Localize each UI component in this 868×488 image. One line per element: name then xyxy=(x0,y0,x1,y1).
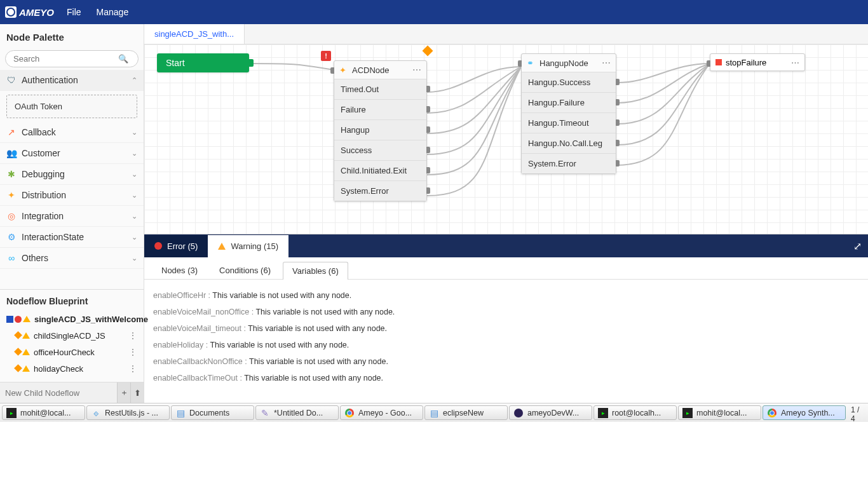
node-output[interactable]: System.Error xyxy=(522,153,616,173)
vscode-icon: ⟐ xyxy=(91,408,101,418)
issue-row[interactable]: enableCallbackNonOffice : This variable … xyxy=(153,353,859,370)
category-label: Callback xyxy=(22,127,56,137)
node-output[interactable]: Timed.Out xyxy=(334,79,426,99)
node-output[interactable]: System.Error xyxy=(334,180,426,201)
output-port[interactable] xyxy=(426,147,430,153)
category-customer[interactable]: 👥Customer⌄ xyxy=(0,143,144,164)
node-output[interactable]: Child.Initiated.Exit xyxy=(334,160,426,180)
category-integration[interactable]: ◎Integration⌄ xyxy=(0,206,144,227)
output-port[interactable] xyxy=(426,126,430,133)
category-authentication[interactable]: 🛡Authentication⌃ xyxy=(0,70,144,91)
category-label: InteractionState xyxy=(22,232,84,242)
item-menu-icon[interactable]: ⋮ xyxy=(128,347,137,357)
add-child-button[interactable]: ＋ xyxy=(117,383,130,403)
taskbar-item[interactable]: ⟐RestUtils.js - ... xyxy=(86,405,170,420)
output-port[interactable] xyxy=(616,140,620,146)
taskbar-item[interactable]: ▸root@localh... xyxy=(593,405,677,420)
output-port[interactable] xyxy=(616,119,620,126)
blueprint-child[interactable]: officeHourCheck⋮ xyxy=(3,344,141,360)
collapse-panel-icon[interactable]: ⤢ xyxy=(853,240,862,252)
item-menu-icon[interactable]: ⋮ xyxy=(128,330,137,341)
blueprint-child[interactable]: holidayCheck⋮ xyxy=(3,360,141,377)
editor-tab[interactable]: singleACD_JS_with... xyxy=(144,24,245,44)
brand-logo: AMEYO xyxy=(5,6,54,18)
new-child-bar: ＋ ⬆ xyxy=(0,382,144,403)
menu-manage[interactable]: Manage xyxy=(97,7,129,17)
term-icon: ▸ xyxy=(598,408,608,418)
node-title: ACDNode xyxy=(352,65,409,75)
node-output[interactable]: Hangup.Failure xyxy=(522,92,616,112)
workspace-indicator[interactable]: 1 / 4 xyxy=(847,405,866,420)
node-output[interactable]: Success xyxy=(334,140,426,160)
category-icon: 🛡 xyxy=(6,75,17,85)
stop-failure-node[interactable]: stopFailure ⋯ xyxy=(710,53,805,71)
input-port[interactable] xyxy=(518,60,522,67)
taskbar-item[interactable]: Ameyo - Goo... xyxy=(340,405,423,420)
warning-triangle-icon xyxy=(23,316,31,322)
node-output[interactable]: Hangup.Success xyxy=(522,72,616,92)
output-port[interactable] xyxy=(616,99,620,105)
flow-canvas[interactable]: Start ! ✦ ACDNode ⋯ Timed.OutFailureHang… xyxy=(144,44,868,234)
node-title: HangupNode xyxy=(539,58,598,68)
issue-row[interactable]: enableVoiceMail_nonOffice : This variabl… xyxy=(153,304,859,320)
palette-node-item[interactable]: OAuth Token xyxy=(6,95,137,118)
start-label: Start xyxy=(166,58,185,68)
taskbar-item[interactable]: ▤Documents xyxy=(171,405,254,420)
warning-triangle-icon xyxy=(22,365,30,372)
item-menu-icon[interactable]: ⋮ xyxy=(128,363,137,374)
taskbar-item[interactable]: ▤eclipseNew xyxy=(424,405,508,420)
node-output[interactable]: Hangup.No.Call.Leg xyxy=(522,133,616,153)
acd-node[interactable]: ✦ ACDNode ⋯ Timed.OutFailureHangupSucces… xyxy=(334,60,427,201)
taskbar-label: Ameyo - Goo... xyxy=(358,409,412,417)
category-distribution[interactable]: ✦Distribution⌄ xyxy=(0,185,144,206)
node-menu-icon[interactable]: ⋯ xyxy=(602,58,611,68)
issue-row[interactable]: enableHoliday : This variable is not use… xyxy=(153,337,859,353)
taskbar-item[interactable]: ▸mohit@local... xyxy=(678,405,761,420)
category-interactionstate[interactable]: ⚙InteractionState⌄ xyxy=(0,227,144,248)
node-menu-icon[interactable]: ⋯ xyxy=(412,65,421,75)
input-port[interactable] xyxy=(707,60,710,67)
search-icon[interactable]: 🔍 xyxy=(118,54,128,64)
category-callback[interactable]: ↗Callback⌄ xyxy=(0,122,144,143)
output-port[interactable] xyxy=(616,160,620,166)
issue-row[interactable]: enableVoiceMail_timeout : This variable … xyxy=(153,320,859,337)
output-port[interactable] xyxy=(426,106,430,112)
blueprint-child[interactable]: childSingleACD_JS⋮ xyxy=(3,327,141,344)
square-icon xyxy=(6,316,13,323)
term-icon: ▸ xyxy=(6,408,17,418)
issue-row[interactable]: enableOfficeHr : This variable is not us… xyxy=(153,287,859,304)
issue-variable: enableVoiceMail_nonOffice : xyxy=(153,308,255,316)
taskbar-item[interactable]: ▸mohit@local... xyxy=(2,405,85,420)
taskbar-item[interactable]: ✎*Untitled Do... xyxy=(255,405,339,420)
node-output[interactable]: Failure xyxy=(334,99,426,119)
blueprint-root[interactable]: singleACD_JS_withWelcome xyxy=(3,311,141,327)
upload-child-button[interactable]: ⬆ xyxy=(130,383,144,403)
taskbar-item[interactable]: ameyoDevW... xyxy=(509,405,592,420)
new-child-input[interactable] xyxy=(0,383,117,403)
node-output[interactable]: Hangup xyxy=(334,119,426,140)
issue-subtab[interactable]: Conditions (6) xyxy=(210,261,280,279)
output-port[interactable] xyxy=(249,59,254,67)
error-tab[interactable]: Error (5) xyxy=(144,235,208,257)
menu-file[interactable]: File xyxy=(67,7,81,17)
taskbar-label: mohit@local... xyxy=(696,409,747,417)
input-port[interactable] xyxy=(330,67,334,74)
term-icon: ▸ xyxy=(682,408,693,418)
category-others[interactable]: ∞Others⌄ xyxy=(0,248,144,269)
warning-tab[interactable]: Warning (15) xyxy=(208,235,288,257)
output-port[interactable] xyxy=(426,167,430,173)
issue-subtab[interactable]: Nodes (3) xyxy=(152,261,207,279)
output-port[interactable] xyxy=(616,79,620,85)
output-port[interactable] xyxy=(426,187,430,194)
node-output[interactable]: Hangup.Timeout xyxy=(522,112,616,133)
issue-subtab[interactable]: Variables (6) xyxy=(283,262,348,280)
node-menu-icon[interactable]: ⋯ xyxy=(791,58,799,67)
issue-row[interactable]: enableCallbackTimeOut : This variable is… xyxy=(153,370,859,386)
start-node[interactable]: Start xyxy=(157,53,249,72)
output-port[interactable] xyxy=(426,86,430,92)
issue-message: This variable is not used with any node. xyxy=(244,374,383,383)
hangup-node[interactable]: ⚭ HangupNode ⋯ Hangup.SuccessHangup.Fail… xyxy=(521,53,616,174)
taskbar-item[interactable]: Ameyo Synth... xyxy=(763,405,846,420)
error-badge-icon[interactable]: ! xyxy=(321,51,331,61)
category-debugging[interactable]: ✱Debugging⌄ xyxy=(0,164,144,185)
